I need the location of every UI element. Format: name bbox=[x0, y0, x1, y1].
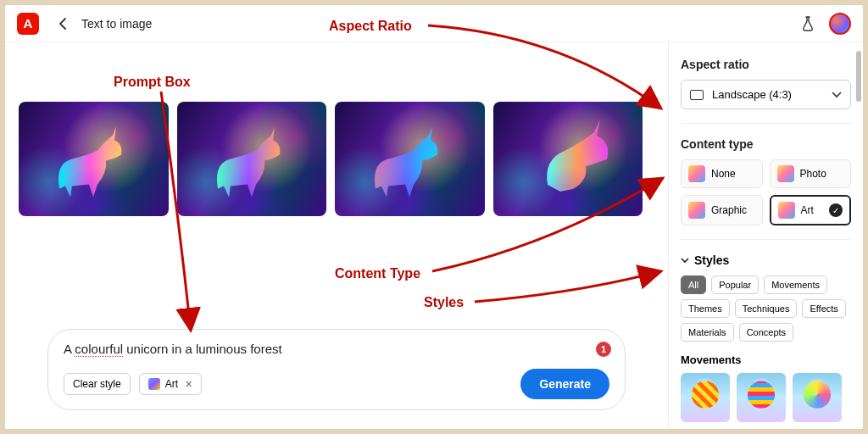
avatar[interactable] bbox=[829, 13, 851, 35]
thumb-icon bbox=[688, 165, 705, 182]
movements-title: Movements bbox=[681, 353, 851, 366]
result-image[interactable] bbox=[493, 102, 643, 216]
style-thumbnail[interactable] bbox=[793, 373, 842, 422]
content-type-photo[interactable]: Photo bbox=[770, 159, 852, 188]
chevron-left-icon bbox=[58, 18, 67, 30]
scrollbar[interactable] bbox=[856, 51, 861, 102]
filter-concepts[interactable]: Concepts bbox=[739, 323, 793, 342]
filter-materials[interactable]: Materials bbox=[681, 323, 734, 342]
labs-icon[interactable] bbox=[798, 14, 817, 33]
chevron-down-icon bbox=[681, 256, 689, 264]
filter-techniques[interactable]: Techniques bbox=[735, 299, 798, 318]
back-button[interactable] bbox=[51, 12, 75, 36]
style-filter-row: All Popular Movements Themes Techniques … bbox=[681, 275, 851, 342]
filter-all[interactable]: All bbox=[681, 275, 706, 294]
aspect-ratio-title: Aspect ratio bbox=[681, 58, 851, 71]
content-type-art[interactable]: Art✓ bbox=[770, 195, 852, 225]
thumb-icon bbox=[688, 202, 705, 219]
styles-section-toggle[interactable]: Styles bbox=[681, 253, 851, 267]
prompt-box[interactable]: A colourful unicorn in a luminous forest… bbox=[47, 329, 626, 410]
brand-logo[interactable]: A bbox=[17, 13, 39, 35]
settings-sidebar: Aspect ratio Landscape (4:3) Content typ… bbox=[668, 42, 863, 429]
results-grid bbox=[19, 102, 643, 216]
clear-style-button[interactable]: Clear style bbox=[64, 373, 131, 395]
content-type-graphic[interactable]: Graphic bbox=[681, 195, 763, 225]
content-type-title: Content type bbox=[681, 137, 851, 151]
generate-button[interactable]: Generate bbox=[520, 369, 609, 399]
filter-movements[interactable]: Movements bbox=[764, 275, 827, 294]
style-thumbnail[interactable] bbox=[681, 373, 730, 422]
aspect-ratio-select[interactable]: Landscape (4:3) bbox=[681, 80, 851, 109]
filter-popular[interactable]: Popular bbox=[711, 275, 759, 294]
style-count-badge: 1 bbox=[596, 342, 611, 357]
result-image[interactable] bbox=[335, 102, 485, 216]
thumb-icon bbox=[777, 165, 794, 182]
page-title: Text to image bbox=[81, 17, 152, 31]
style-thumbnail[interactable] bbox=[737, 373, 786, 422]
prompt-text: A colourful unicorn in a luminous forest bbox=[64, 342, 282, 357]
result-image[interactable] bbox=[19, 102, 169, 216]
art-style-icon bbox=[148, 378, 160, 390]
result-image[interactable] bbox=[177, 102, 327, 216]
chevron-down-icon bbox=[832, 88, 842, 101]
landscape-icon bbox=[690, 90, 704, 100]
filter-themes[interactable]: Themes bbox=[681, 299, 730, 318]
thumb-icon bbox=[778, 202, 795, 219]
content-type-none[interactable]: None bbox=[681, 159, 763, 188]
remove-chip-icon[interactable]: ✕ bbox=[185, 379, 192, 390]
style-chip-art[interactable]: Art ✕ bbox=[139, 373, 202, 395]
filter-effects[interactable]: Effects bbox=[802, 299, 845, 318]
checkmark-icon: ✓ bbox=[829, 203, 843, 217]
